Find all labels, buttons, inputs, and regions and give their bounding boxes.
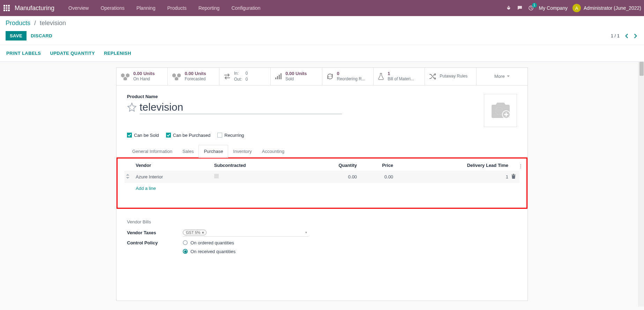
- boxes-icon: [121, 73, 130, 80]
- vendor-table-section: ⋮ Vendor Subcontracted Quantity Price De…: [117, 157, 527, 209]
- drag-handle-icon[interactable]: [125, 171, 134, 183]
- breadcrumb-root[interactable]: Products: [6, 20, 30, 27]
- breadcrumb-current: television: [40, 20, 66, 27]
- col-price[interactable]: Price: [358, 160, 395, 171]
- vendor-bills-heading: Vendor Bills: [127, 219, 517, 224]
- column-options-icon[interactable]: ⋮: [518, 163, 523, 169]
- svg-point-6: [495, 107, 503, 115]
- table-row[interactable]: Azure Interior 0.00 0.00 1: [125, 171, 519, 183]
- svg-rect-2: [277, 76, 278, 79]
- can-be-sold-checkbox[interactable]: Can be Sold: [127, 133, 159, 138]
- transfer-icon: [224, 73, 231, 80]
- menu-overview[interactable]: Overview: [63, 1, 94, 15]
- vendor-table: Vendor Subcontracted Quantity Price Deli…: [125, 160, 519, 194]
- update-quantity-button[interactable]: UPDATE QUANTITY: [49, 49, 96, 58]
- company-name[interactable]: My Company: [539, 5, 568, 11]
- product-image-placeholder[interactable]: [484, 94, 517, 127]
- control-policy-radio-group: On ordered quantities On received quanti…: [183, 240, 235, 254]
- breadcrumb: Products / television: [6, 20, 66, 27]
- favorite-star-icon[interactable]: [127, 102, 137, 112]
- control-panel: Products / television SAVE DISCARD 1 / 1…: [0, 16, 644, 62]
- menu-planning[interactable]: Planning: [131, 1, 161, 15]
- activity-icon[interactable]: 1: [528, 5, 534, 11]
- stat-reordering[interactable]: 0Reordering R...: [322, 68, 374, 85]
- col-quantity[interactable]: Quantity: [303, 160, 358, 171]
- stat-more[interactable]: More: [477, 68, 527, 85]
- subcontracted-checkbox[interactable]: [214, 174, 219, 178]
- pager: 1 / 1: [611, 33, 638, 39]
- cell-lead-time[interactable]: 1: [395, 171, 510, 183]
- svg-rect-1: [275, 78, 276, 79]
- stat-putaway[interactable]: Putaway Rules: [425, 68, 476, 85]
- user-name: Administrator (June_2022): [584, 5, 641, 11]
- cell-quantity[interactable]: 0.00: [303, 171, 358, 183]
- add-line-link[interactable]: Add a line: [136, 186, 156, 191]
- col-vendor[interactable]: Vendor: [134, 160, 213, 171]
- apps-icon[interactable]: [3, 4, 10, 12]
- tab-purchase[interactable]: Purchase: [199, 145, 228, 158]
- control-policy-label: Control Policy: [127, 240, 183, 245]
- stat-forecasted[interactable]: 0.00 UnitsForecasted: [168, 68, 219, 85]
- stat-sold[interactable]: 0.00 UnitsSold: [271, 68, 322, 85]
- tab-sales[interactable]: Sales: [177, 145, 199, 158]
- top-menu: Overview Operations Planning Products Re…: [63, 1, 266, 15]
- boxes-icon: [172, 73, 181, 80]
- save-button[interactable]: SAVE: [6, 31, 27, 40]
- discard-button[interactable]: DISCARD: [30, 31, 53, 40]
- replenish-button[interactable]: REPLENISH: [103, 49, 132, 58]
- avatar: A: [572, 4, 581, 12]
- cell-subcontracted[interactable]: [213, 171, 303, 183]
- camera-plus-icon: [489, 101, 512, 119]
- app-title: Manufacturing: [15, 5, 54, 12]
- can-be-purchased-checkbox[interactable]: Can be Purchased: [166, 133, 211, 138]
- product-name-label: Product Name: [127, 94, 479, 99]
- menu-operations[interactable]: Operations: [95, 1, 130, 15]
- bug-icon[interactable]: [506, 5, 512, 11]
- col-lead-time[interactable]: Delivery Lead Time: [395, 160, 510, 171]
- menu-configuration[interactable]: Configuration: [226, 1, 266, 15]
- scrollbar[interactable]: [638, 62, 644, 307]
- caret-down-icon: [507, 75, 510, 77]
- shuffle-icon: [429, 73, 436, 80]
- topbar-right: 1 My Company A Administrator (June_2022): [506, 4, 641, 12]
- scrollbar-thumb[interactable]: [639, 62, 644, 76]
- cell-price[interactable]: 0.00: [358, 171, 395, 183]
- stat-on-hand[interactable]: 0.00 UnitsOn Hand: [117, 68, 168, 85]
- tax-tag[interactable]: GST 5% ×: [183, 230, 207, 235]
- svg-rect-3: [279, 75, 280, 79]
- delete-row[interactable]: [510, 171, 519, 183]
- chat-icon[interactable]: [517, 5, 523, 11]
- tab-accounting[interactable]: Accounting: [257, 145, 290, 158]
- product-name-input[interactable]: [140, 101, 342, 114]
- print-labels-button[interactable]: PRINT LABELS: [6, 49, 42, 58]
- stat-bom[interactable]: 1Bill of Materi...: [374, 68, 425, 85]
- vendor-taxes-input[interactable]: GST 5% × ▾: [183, 229, 308, 237]
- bar-chart-icon: [275, 73, 282, 80]
- caret-down-icon[interactable]: ▾: [305, 230, 307, 234]
- tab-inventory[interactable]: Inventory: [228, 145, 257, 158]
- activity-badge: 1: [532, 3, 537, 8]
- pager-next-icon[interactable]: [632, 33, 638, 39]
- pager-text[interactable]: 1 / 1: [611, 33, 620, 38]
- form-sheet: 0.00 UnitsOn Hand 0.00 UnitsForecasted I…: [116, 67, 528, 301]
- user-menu[interactable]: A Administrator (June_2022): [572, 4, 641, 12]
- breadcrumb-sep: /: [34, 20, 36, 27]
- pager-prev-icon[interactable]: [624, 33, 630, 39]
- refresh-icon: [327, 73, 334, 80]
- trash-icon: [511, 174, 516, 179]
- vendor-taxes-label: Vendor Taxes: [127, 230, 183, 235]
- cell-vendor[interactable]: Azure Interior: [134, 171, 213, 183]
- tab-general-information[interactable]: General Information: [127, 145, 178, 158]
- menu-products[interactable]: Products: [162, 1, 192, 15]
- stat-bar: 0.00 UnitsOn Hand 0.00 UnitsForecasted I…: [117, 68, 527, 86]
- remove-tag-icon[interactable]: ×: [202, 230, 204, 235]
- tabs: General Information Sales Purchase Inven…: [127, 145, 517, 158]
- menu-reporting[interactable]: Reporting: [193, 1, 225, 15]
- top-navbar: Manufacturing Overview Operations Planni…: [0, 0, 644, 16]
- col-subcontracted[interactable]: Subcontracted: [213, 160, 303, 171]
- content-area: 0.00 UnitsOn Hand 0.00 UnitsForecasted I…: [0, 62, 644, 307]
- stat-in-out[interactable]: In:Out: 00: [219, 68, 271, 85]
- radio-on-ordered[interactable]: On ordered quantities: [183, 240, 235, 245]
- radio-on-received[interactable]: On received quantities: [183, 249, 235, 254]
- recurring-checkbox[interactable]: Recurring: [217, 133, 244, 138]
